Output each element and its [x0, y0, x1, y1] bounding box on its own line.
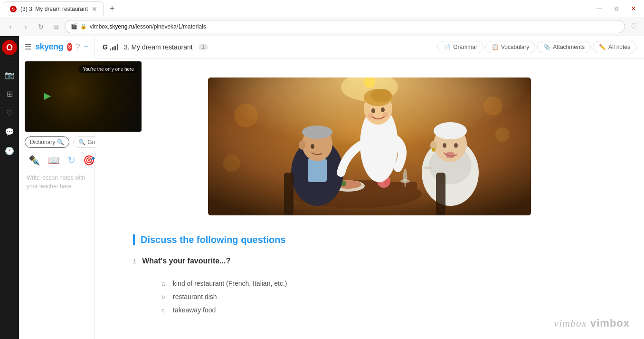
url-display: vimbox.skyeng.ru/lesson/pineveka/1/mater… — [90, 23, 206, 30]
question-number: 1 — [133, 258, 136, 265]
vocabulary-pill[interactable]: 📋 Vocabulary — [485, 41, 535, 53]
app-sidebar: ☰ skyeng 3 ? − You're the only one here … — [19, 36, 95, 339]
vocabulary-pill-icon: 📋 — [492, 44, 499, 50]
opera-logo[interactable]: O — [2, 40, 17, 55]
tab-close-button[interactable]: ✕ — [92, 5, 97, 13]
grammar-pill-icon: 📄 — [444, 44, 451, 50]
dictionary-tab[interactable]: Dictionary 🔍 — [25, 136, 69, 148]
all-notes-pill-label: All notes — [608, 44, 630, 50]
sub-question-a: a kind of restaurant (French, Italian, e… — [133, 277, 606, 290]
section-title: Discuss the following questions — [133, 234, 606, 245]
signal-bar-1 — [110, 48, 111, 50]
attachments-pill-label: Attachments — [553, 44, 585, 50]
sidebar-header: ☰ skyeng 3 ? − — [19, 42, 95, 58]
video-status-overlay: You're the only one here — [79, 65, 138, 73]
svg-point-40 — [234, 104, 258, 127]
svg-rect-15 — [308, 158, 327, 182]
signal-bars — [110, 44, 118, 50]
video-container: You're the only one here ▶ — [25, 61, 142, 132]
attachments-pill[interactable]: 📎 Attachments — [537, 41, 591, 53]
dict-tabs: Dictionary 🔍 🔍 Grammar — [19, 132, 95, 153]
discussion-section: Discuss the following questions 1 What's… — [95, 215, 644, 326]
svg-point-37 — [422, 166, 431, 169]
svg-rect-39 — [436, 173, 445, 215]
svg-point-26 — [368, 113, 373, 118]
svg-point-19 — [299, 140, 305, 150]
tab-title: (3) 3. My dream restaurant — [20, 6, 88, 12]
cursor-indicator: ▶ — [44, 90, 51, 101]
nav-bar: ‹ › ↻ ⊞ 🎬 🔒 vimbox.skyeng.ru/lesson/pine… — [0, 17, 644, 36]
sidebar-divider — [4, 61, 15, 61]
back-button[interactable]: ‹ — [4, 20, 17, 33]
signal-bar-3 — [114, 46, 116, 50]
history-icon[interactable]: 🕐 — [2, 143, 17, 158]
attachments-pill-icon: 📎 — [543, 44, 550, 50]
address-bar[interactable]: 🎬 🔒 vimbox.skyeng.ru/lesson/pineveka/1/m… — [65, 20, 625, 33]
security-icon: 🎬 — [71, 23, 77, 29]
all-notes-pill-icon: ✏️ — [599, 44, 606, 50]
nav-right: ♡ — [627, 20, 640, 33]
svg-point-18 — [311, 144, 314, 149]
restaurant-svg — [208, 77, 531, 215]
vocabulary-pill-label: Vocabulary — [501, 44, 529, 50]
sub-question-b: b restaurant dish — [133, 290, 606, 303]
camera-icon[interactable]: 📷 — [2, 67, 17, 82]
notes-placeholder: Write lesson notes with your teacher her… — [27, 174, 85, 190]
svg-point-17 — [302, 126, 332, 139]
lock-icon: 🔒 — [80, 23, 87, 29]
svg-point-24 — [371, 108, 375, 113]
target-icon[interactable]: 🎯 — [83, 155, 95, 166]
svg-point-23 — [371, 89, 392, 102]
notes-area: Write lesson notes with your teacher her… — [19, 168, 95, 196]
help-icon[interactable]: ? — [76, 43, 80, 51]
active-tab[interactable]: S (3) 3. My dream restaurant ✕ — [4, 1, 104, 16]
chat-icon[interactable]: 💬 — [2, 124, 17, 139]
svg-point-34 — [445, 152, 455, 158]
signal-bar-4 — [117, 44, 118, 50]
svg-point-32 — [443, 143, 446, 148]
grammar-search-icon: 🔍 — [78, 139, 85, 145]
signal-area: G — [103, 43, 118, 51]
signal-bar-2 — [112, 47, 114, 50]
sub-letter-b: b — [161, 293, 167, 300]
lesson-badge: 1 — [199, 44, 208, 50]
nav-pills: 📄 Grammar 📋 Vocabulary 📎 Attachments ✏️ … — [437, 41, 636, 53]
search-icon: 🔍 — [57, 139, 64, 145]
sub-question-c: c takeaway food — [133, 303, 606, 317]
app-layout: O 📷 ⊞ ♡ 💬 🕐 ☰ skyeng 3 ? − You're the on… — [0, 36, 644, 339]
question-main: What's your favourite...? — [142, 257, 230, 265]
collapse-icon[interactable]: − — [84, 42, 89, 52]
content-topbar: G 3. My dream restaurant 1 📄 Grammar 📋 V… — [95, 36, 644, 58]
tool-icons: ✒️ 📖 ↻ 🎯 — [19, 153, 95, 168]
opera-sidebar: O 📷 ⊞ ♡ 💬 🕐 — [0, 36, 19, 339]
sub-letter-a: a — [161, 280, 167, 287]
reload-button[interactable]: ↻ — [34, 20, 47, 33]
grid-button[interactable]: ⊞ — [49, 20, 63, 33]
sub-text-c: takeaway food — [173, 306, 216, 314]
svg-rect-38 — [284, 173, 294, 215]
heart-icon[interactable]: ♡ — [2, 105, 17, 120]
notification-badge[interactable]: 3 — [67, 43, 72, 51]
book-icon[interactable]: 📖 — [48, 155, 60, 166]
all-notes-pill[interactable]: ✏️ All notes — [593, 41, 636, 53]
sub-letter-c: c — [161, 307, 167, 314]
apps-icon[interactable]: ⊞ — [2, 86, 17, 101]
bookmark-button[interactable]: ♡ — [627, 20, 640, 33]
minimize-button[interactable]: — — [593, 2, 606, 15]
forward-button[interactable]: › — [19, 20, 32, 33]
tab-bar: S (3) 3. My dream restaurant ✕ + — ⧉ ✕ — [0, 0, 644, 17]
svg-point-42 — [495, 127, 510, 142]
lesson-title: 3. My dream restaurant — [124, 43, 193, 51]
refresh-icon[interactable]: ↻ — [67, 155, 76, 166]
hamburger-menu[interactable]: ☰ — [25, 42, 31, 51]
restore-button[interactable]: ⧉ — [610, 2, 623, 15]
svg-point-31 — [434, 122, 467, 139]
vimbox-watermark: vimbox vimbox — [554, 317, 630, 329]
dictionary-tab-label: Dictionary — [30, 139, 55, 145]
signal-letter: G — [103, 43, 108, 51]
grammar-pill[interactable]: 📄 Grammar — [437, 41, 483, 53]
pen-icon[interactable]: ✒️ — [28, 155, 40, 166]
new-tab-button[interactable]: + — [105, 2, 119, 15]
close-window-button[interactable]: ✕ — [627, 2, 640, 15]
svg-point-27 — [383, 112, 388, 117]
